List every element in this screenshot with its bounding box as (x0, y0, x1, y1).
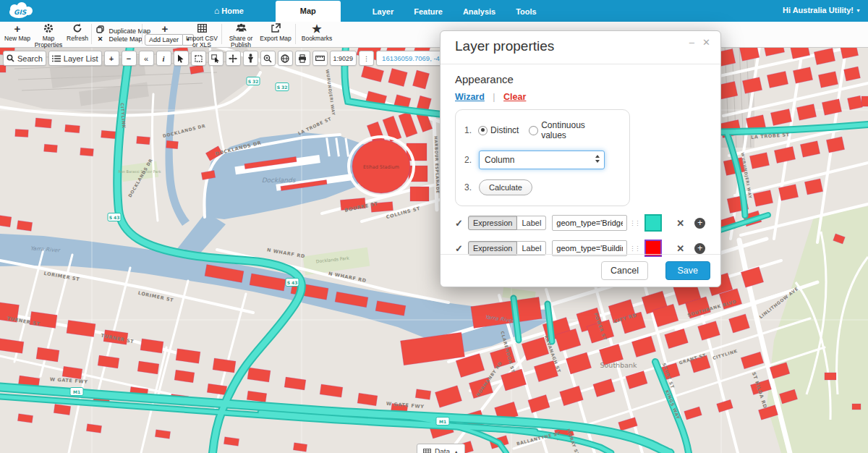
export-icon (259, 23, 292, 35)
import-csv-button[interactable]: Import CSV or XLS (185, 23, 218, 48)
ruler-icon (315, 55, 325, 62)
layer-list-button[interactable]: Layer List (48, 51, 102, 66)
close-icon[interactable]: ✕ (702, 37, 710, 48)
wizard-link[interactable]: Wizard (455, 92, 485, 102)
add-row-icon[interactable]: + (694, 218, 705, 229)
nav-layer[interactable]: Layer (362, 1, 404, 22)
share-publish-button[interactable]: Share or Publish (224, 23, 258, 48)
remove-row-icon[interactable]: ✕ (676, 243, 684, 254)
previous-extent-button[interactable]: « (139, 51, 154, 66)
svg-text:M1: M1 (439, 419, 446, 424)
user-menu[interactable]: Hi Australia Utility! ▼ (783, 6, 861, 14)
street-view-button[interactable] (243, 51, 258, 66)
zoom-out-button[interactable]: − (122, 51, 137, 66)
magnifier-plus-icon (263, 54, 272, 63)
drag-handle-icon[interactable]: ⋮⋮ (629, 220, 639, 226)
data-panel-toggle[interactable]: Data ▲ (417, 444, 465, 453)
rectangle-select-button[interactable] (191, 51, 206, 66)
plus-icon: + (3, 23, 32, 35)
print-button[interactable] (295, 51, 310, 66)
continuous-radio[interactable] (529, 126, 538, 135)
export-map-button[interactable]: Export Map (259, 23, 292, 42)
step-1-row: 1. Distinct Continuous values (464, 120, 621, 140)
list-icon (52, 55, 61, 62)
dialog-footer: Cancel Save (441, 254, 720, 287)
ribbon-toolbar: + New Map Map Properties Refresh Duplica… (0, 22, 868, 48)
svg-text:S 32: S 32 (277, 85, 288, 90)
nav-home[interactable]: ⌂Home (204, 0, 254, 22)
back-icon: « (144, 54, 148, 63)
basemap-button[interactable] (278, 51, 293, 66)
search-icon (7, 54, 14, 62)
divider (91, 24, 92, 44)
svg-text:GIS: GIS (14, 9, 27, 16)
table-icon (423, 449, 431, 453)
expression-input-bridge[interactable] (552, 215, 627, 231)
minimize-icon[interactable]: – (689, 37, 694, 48)
svg-text:S 43: S 43 (109, 215, 120, 220)
plus-icon: + (109, 54, 114, 63)
pan-button[interactable] (226, 51, 241, 66)
map-label: Etihad Stadium (363, 164, 399, 170)
bookmarks-button[interactable]: ★ Bookmarks (299, 23, 334, 42)
color-swatch-bridge[interactable] (644, 214, 662, 232)
select-features-button[interactable] (208, 51, 224, 66)
select-pointer-button[interactable] (174, 51, 189, 66)
calculate-button[interactable]: Calculate (479, 179, 532, 195)
globe-icon (281, 54, 289, 63)
identify-button[interactable]: i (156, 51, 171, 66)
delete-map-button[interactable]: ✕ Delete Map (95, 35, 142, 43)
nav-map[interactable]: Map (276, 1, 341, 22)
map-label: Southbank (600, 361, 637, 369)
nav-tools[interactable]: Tools (506, 1, 547, 22)
expression-row-bridge: ✓ Expression Label ⋮⋮ ✕ + (455, 214, 706, 232)
rectangle-icon (195, 55, 203, 62)
svg-text:S 32: S 32 (248, 79, 259, 84)
label-toggle[interactable]: Label (517, 241, 546, 255)
scale-indicator: 1:9029 (330, 51, 357, 66)
label-toggle[interactable]: Label (517, 216, 546, 230)
road-shield: M1 (70, 388, 83, 396)
star-icon: ★ (299, 23, 334, 35)
zoom-in-button[interactable]: + (104, 51, 119, 66)
refresh-icon (65, 23, 90, 35)
gis-logo[interactable]: GIS (6, 2, 43, 20)
coordinate-info-toggle[interactable]: ⋮ (359, 51, 374, 66)
step-3-row: 3. Calculate (464, 179, 621, 195)
road-shield: S 43 (108, 213, 121, 221)
map-canvas[interactable]: DocklandsYarra RiverYarra RiverSouthbank… (0, 46, 868, 453)
layer-properties-dialog: Layer properties – ✕ Appearance Wizard |… (440, 30, 721, 287)
select-arrows-icon (595, 155, 600, 163)
zoom-to-button[interactable] (260, 51, 276, 66)
top-navigation-bar: GIS ⌂Home Map Layer Feature Analysis Too… (0, 0, 868, 22)
divider (295, 24, 296, 44)
nav-analysis[interactable]: Analysis (453, 1, 506, 22)
gear-icon (33, 23, 64, 35)
map-properties-button[interactable]: Map Properties (33, 23, 64, 48)
chevron-down-icon: ▼ (856, 8, 861, 13)
drag-handle-icon[interactable]: ⋮⋮ (629, 245, 639, 252)
links-separator: | (493, 92, 495, 102)
search-button[interactable]: Search (3, 51, 46, 66)
expression-toggle[interactable]: Expression (468, 216, 517, 230)
add-row-icon[interactable]: + (694, 243, 705, 254)
minus-icon: − (127, 54, 131, 63)
printer-icon (298, 54, 307, 63)
refresh-button[interactable]: Refresh (65, 23, 90, 42)
new-map-button[interactable]: + New Map (3, 23, 32, 42)
chevron-up-icon: ▲ (454, 449, 459, 453)
column-select[interactable]: Column (479, 151, 605, 169)
wizard-steps-box: 1. Distinct Continuous values 2. Column … (455, 109, 630, 206)
dialog-header[interactable]: Layer properties – ✕ (441, 31, 720, 64)
expression-toggle[interactable]: Expression (468, 241, 517, 255)
measure-button[interactable] (312, 51, 328, 66)
close-icon: ✕ (95, 35, 105, 43)
distinct-radio[interactable] (478, 126, 488, 135)
road-shield: S 32 (276, 83, 289, 91)
cancel-button[interactable]: Cancel (601, 261, 648, 280)
duplicate-icon (95, 25, 105, 35)
nav-feature[interactable]: Feature (404, 1, 453, 22)
save-button[interactable]: Save (665, 261, 711, 280)
remove-row-icon[interactable]: ✕ (676, 218, 684, 229)
clear-link[interactable]: Clear (503, 92, 526, 102)
